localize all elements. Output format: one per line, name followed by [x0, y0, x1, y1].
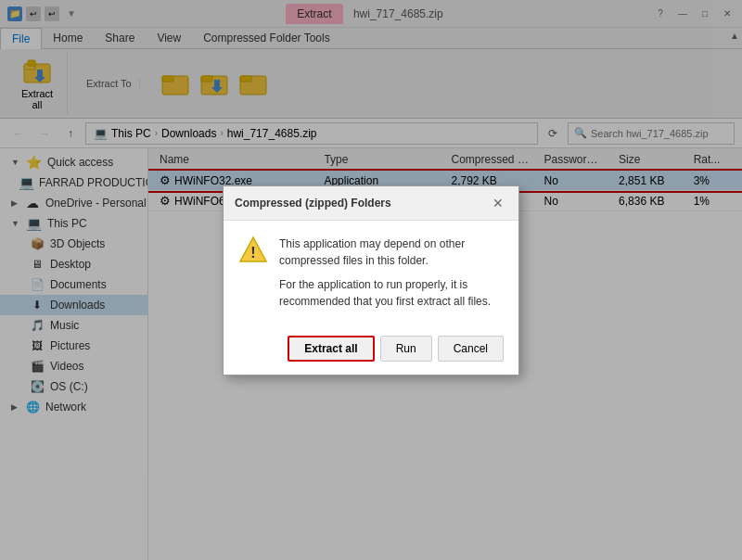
dialog-title: Compressed (zipped) Folders [235, 197, 391, 210]
svg-text:!: ! [250, 245, 255, 261]
extract-all-dialog-button[interactable]: Extract all [288, 336, 374, 362]
dialog-overlay: Compressed (zipped) Folders ✕ ! This app… [0, 0, 742, 560]
run-button[interactable]: Run [380, 336, 432, 362]
dialog-close-button[interactable]: ✕ [489, 194, 507, 212]
compressed-folders-dialog: Compressed (zipped) Folders ✕ ! This app… [223, 185, 519, 375]
dialog-icon-row: ! This application may depend on other c… [238, 235, 504, 310]
dialog-line1: This application may depend on other com… [279, 235, 504, 269]
dialog-buttons: Extract all Run Cancel [224, 336, 518, 375]
cancel-button[interactable]: Cancel [438, 336, 504, 362]
dialog-title-bar: Compressed (zipped) Folders ✕ [224, 186, 518, 221]
dialog-body: ! This application may depend on other c… [224, 221, 518, 336]
dialog-line2: For the application to run properly, it … [279, 276, 504, 310]
warning-icon: ! [238, 235, 268, 265]
dialog-message: This application may depend on other com… [279, 235, 504, 310]
